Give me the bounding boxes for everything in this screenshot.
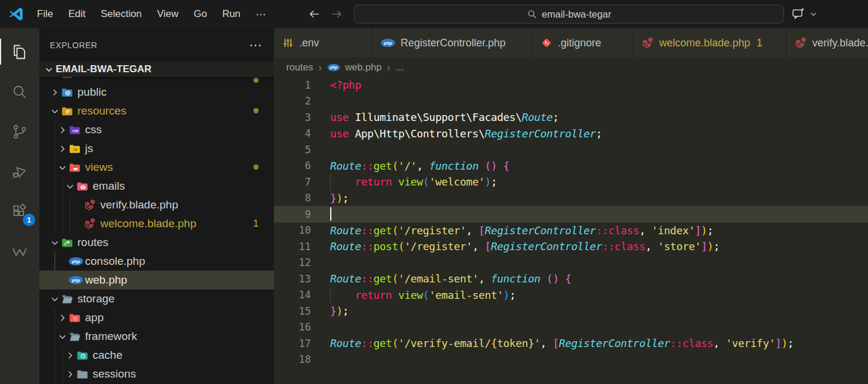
code-line-15[interactable]: 15}); [274, 303, 868, 319]
workspace-section-header[interactable]: EMAIL-BWA-TEGAR [39, 62, 274, 77]
menu-more[interactable]: ⋯ [248, 5, 273, 23]
code-line-6[interactable]: 6Route::get('/', function () { [274, 158, 868, 174]
code-text: return view('welcome'); [330, 176, 497, 188]
tree-item-web.php[interactable]: phpweb.php [39, 271, 274, 289]
tree-item-views[interactable]: views [39, 158, 274, 177]
tree-item-emails[interactable]: emails [39, 177, 274, 196]
breadcrumb-routes[interactable]: routes [286, 62, 313, 73]
code-line-8[interactable]: 8}); [274, 190, 868, 207]
tree-item-clipped[interactable] [39, 77, 274, 83]
folder-icon [61, 77, 76, 80]
code-text: <?php [330, 79, 361, 91]
line-number: 5 [274, 144, 311, 156]
tree-item-label: sessions [93, 368, 136, 380]
line-number: 3 [274, 112, 311, 123]
breadcrumb-more[interactable]: ... [396, 62, 404, 73]
back-arrow-icon[interactable] [307, 7, 321, 21]
menu-go[interactable]: Go [186, 5, 215, 23]
tree-item-css[interactable]: CSScss [39, 120, 274, 139]
menu-file[interactable]: File [29, 5, 60, 23]
tree-item-welcome.blade.php[interactable]: welcome.blade.php1 [39, 214, 274, 233]
search-icon [11, 83, 29, 101]
debug-icon [11, 163, 29, 181]
menu-selection[interactable]: Selection [93, 5, 150, 23]
tab-.env[interactable]: .env [274, 28, 372, 58]
tree-item-verify.blade.php[interactable]: verify.blade.php [39, 196, 274, 214]
code-text: Route::get('/', function () { [330, 160, 510, 172]
line-number: 7 [274, 176, 311, 188]
tree-item-app[interactable]: app [39, 308, 274, 327]
tree-item-label: web.php [85, 274, 127, 287]
code-line-12[interactable]: 12 [274, 255, 868, 271]
code-line-1[interactable]: 1<?php [274, 77, 868, 93]
activity-w-extension[interactable] [0, 231, 39, 271]
menu-run[interactable]: Run [215, 5, 248, 23]
chevron-down-icon [48, 77, 61, 79]
tree-item-routes[interactable]: routes [39, 233, 274, 252]
code-line-18[interactable]: 18 [274, 352, 868, 368]
vscode-logo-icon [8, 6, 25, 22]
activity-bar: 1 [0, 28, 39, 384]
code-editor[interactable]: 1<?php23use Illuminate\Support\Facades\R… [274, 77, 868, 368]
chevron-right-icon [56, 144, 69, 154]
tree-item-label: emails [93, 180, 125, 193]
copilot-chat-icon[interactable] [791, 6, 806, 21]
tree-item-cache[interactable]: cache [39, 346, 274, 365]
tree-item-console.php[interactable]: phpconsole.php [39, 252, 274, 271]
code-line-16[interactable]: 16 [274, 319, 868, 336]
breadcrumb-webphp[interactable]: web.php [345, 62, 381, 73]
line-number: 13 [274, 273, 311, 285]
line-number: 11 [274, 241, 311, 252]
code-line-17[interactable]: 17Route::get('/verify-email/{token}', [R… [274, 335, 868, 352]
tab-label: .gitignore [558, 37, 601, 49]
code-line-3[interactable]: 3use Illuminate\Support\Facades\Route; [274, 109, 868, 126]
code-line-13[interactable]: 13Route::get('/email-sent', function () … [274, 271, 868, 287]
menu-edit[interactable]: Edit [60, 5, 93, 23]
code-line-5[interactable]: 5 [274, 142, 868, 158]
line-number: 14 [274, 289, 311, 301]
tree-item-label: console.php [85, 255, 145, 268]
activity-run-debug[interactable] [0, 151, 39, 191]
activity-search[interactable] [0, 72, 39, 112]
php-icon: php [69, 275, 84, 285]
explorer-more-actions-icon[interactable]: ⋯ [249, 42, 262, 48]
folder-emails-icon [76, 180, 91, 193]
forward-arrow-icon[interactable] [330, 7, 344, 21]
chevron-down-icon[interactable] [809, 10, 818, 18]
code-line-2[interactable]: 2 [274, 93, 868, 110]
tree-item-public[interactable]: public [39, 83, 274, 102]
tree-item-label: public [77, 86, 107, 99]
code-line-11[interactable]: 11Route::post('/register', [RegisterCont… [274, 238, 868, 255]
tree-item-js[interactable]: JSjs [39, 139, 274, 158]
tab-welcome.blade.php[interactable]: welcome.blade.php1 [633, 28, 786, 58]
activity-explorer[interactable] [0, 32, 39, 72]
tree-item-resources[interactable]: resources [39, 102, 274, 120]
activity-extensions[interactable]: 1 [0, 191, 39, 231]
tab-RegisterController.php[interactable]: phpRegisterController.php [372, 28, 533, 58]
folder-js-icon: JS [69, 143, 84, 155]
tree-item-sessions[interactable]: sessions [39, 365, 274, 383]
tab-bar: .envphpRegisterController.php.gitignorew… [274, 28, 868, 58]
search-input[interactable]: email-bwa-tegar [354, 5, 784, 23]
activity-source-control[interactable] [0, 112, 39, 151]
files-icon [11, 43, 29, 61]
menu-view[interactable]: View [150, 5, 187, 23]
code-line-9[interactable]: 9 [274, 206, 868, 223]
svg-text:CSS: CSS [73, 129, 79, 132]
tree-item-storage[interactable]: storage [39, 289, 274, 308]
titlebar: FileEditSelectionViewGoRun⋯ email-bwa-te… [0, 0, 868, 28]
chevron-right-icon [48, 87, 61, 97]
tree-item-framework[interactable]: framework [39, 327, 274, 346]
tab-.gitignore[interactable]: .gitignore [533, 28, 633, 58]
code-line-7[interactable]: 7 return view('welcome'); [274, 174, 868, 190]
chevron-right-icon [63, 369, 76, 379]
laravel-icon [84, 218, 99, 230]
line-number: 8 [274, 192, 311, 204]
modified-dot [253, 108, 259, 113]
code-text: use Illuminate\Support\Facades\Route; [330, 111, 559, 123]
tab-verify.blade.php[interactable]: verify.blade.php [786, 28, 868, 58]
code-line-10[interactable]: 10Route::get('/register', [RegisterContr… [274, 223, 868, 239]
code-line-14[interactable]: 14 return view('email-sent'); [274, 287, 868, 304]
code-line-4[interactable]: 4use App\Http\Controllers\RegisterContro… [274, 126, 868, 142]
line-number: 6 [274, 160, 311, 171]
